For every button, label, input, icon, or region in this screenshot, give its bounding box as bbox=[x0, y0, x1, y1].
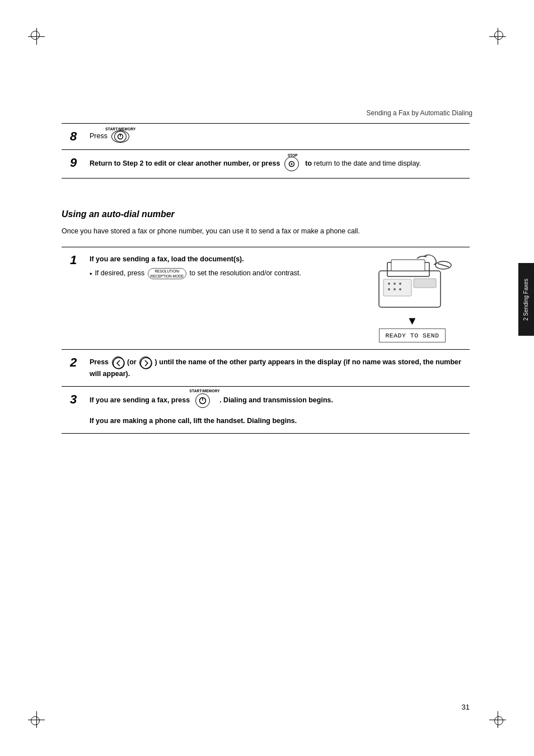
step-3-num: 3 bbox=[70, 393, 84, 406]
step-8-text: Press bbox=[90, 132, 109, 140]
start-memory-button-8: START/MEMORY bbox=[111, 130, 129, 143]
step-3-phone-bold: If you are making a phone call, lift the… bbox=[90, 417, 297, 425]
svg-point-10 bbox=[388, 283, 390, 285]
left-arrow-icon bbox=[113, 357, 125, 369]
fax-machine-illustration bbox=[368, 254, 457, 313]
svg-line-8 bbox=[438, 264, 449, 267]
svg-point-13 bbox=[388, 288, 390, 290]
section-title: Using an auto-dial number bbox=[62, 209, 470, 219]
bullet-dot: • bbox=[90, 269, 92, 280]
step-8-box: 8 Press START/MEMORY bbox=[62, 123, 470, 150]
svg-point-18 bbox=[140, 358, 152, 369]
stop-label: STOP bbox=[288, 153, 298, 158]
svg-point-12 bbox=[399, 283, 401, 285]
right-arrow-icon bbox=[140, 357, 152, 369]
ready-to-send-display: READY TO SEND bbox=[379, 328, 445, 342]
step-1-right: ▼ READY TO SEND bbox=[363, 254, 461, 342]
page-number: 31 bbox=[462, 703, 470, 711]
reg-circle-tl bbox=[31, 31, 40, 40]
nav-left-button bbox=[112, 356, 124, 369]
svg-point-14 bbox=[394, 288, 396, 290]
reg-circle-tr bbox=[494, 31, 503, 40]
step-3-phone-text: If you are making a phone call, lift the… bbox=[90, 416, 461, 426]
step-1-left: If you are sending a fax, load the docum… bbox=[90, 254, 355, 342]
page-header: Sending a Fax by Automatic Dialing bbox=[62, 109, 472, 117]
stop-circle bbox=[284, 157, 299, 171]
step-1-num: 1 bbox=[70, 254, 84, 266]
step-9-content: Return to Step 2 to edit or clear anothe… bbox=[90, 157, 461, 171]
svg-point-11 bbox=[394, 283, 396, 285]
step-1-box: 1 If you are sending a fax, load the doc… bbox=[62, 247, 470, 350]
start-memory-circle bbox=[114, 131, 127, 142]
side-tab-text: 2 Sending Faxes bbox=[523, 278, 530, 320]
start-memory-label: START/MEMORY bbox=[105, 126, 135, 132]
svg-point-17 bbox=[113, 358, 124, 369]
step-2-box: 2 Press (or ) until the name of the othe bbox=[62, 350, 470, 387]
start-memory-circle-3 bbox=[195, 393, 210, 408]
step-1-heading: If you are sending a fax, load the docum… bbox=[90, 255, 244, 263]
nav-right-button bbox=[139, 356, 152, 369]
bullet-text: If desired, press RESOLUTION/RECEPTION M… bbox=[95, 268, 301, 279]
svg-point-3 bbox=[291, 163, 292, 165]
step-2-text: Press (or ) until the name of the other … bbox=[90, 358, 461, 378]
step-9-bold: Return to Step 2 to edit or clear anothe… bbox=[90, 159, 282, 167]
step-2-content: Press (or ) until the name of the other … bbox=[90, 356, 461, 379]
power-icon bbox=[117, 133, 124, 140]
resolution-mode-button: RESOLUTION/RECEPTION MODE bbox=[148, 268, 186, 279]
power-icon-3 bbox=[199, 397, 207, 405]
start-memory-label-3: START/MEMORY bbox=[190, 388, 220, 394]
svg-rect-9 bbox=[383, 279, 411, 296]
main-content: 8 Press START/MEMORY 9 Return to Step 2 … bbox=[62, 123, 470, 434]
step-9-bold2: to bbox=[305, 159, 313, 167]
side-tab: 2 Sending Faxes bbox=[518, 263, 534, 336]
step-1-content: If you are sending a fax, load the docum… bbox=[90, 254, 461, 342]
step-1-bullet: • If desired, press RESOLUTION/RECEPTION… bbox=[90, 268, 355, 280]
step-2-num: 2 bbox=[70, 356, 84, 369]
step-9-box: 9 Return to Step 2 to edit or clear anot… bbox=[62, 150, 470, 179]
step-3-content: If you are sending a fax, press START/ME… bbox=[90, 393, 461, 426]
start-memory-button-3: START/MEMORY bbox=[195, 393, 214, 408]
step-8-num: 8 bbox=[70, 130, 84, 143]
step-3-box: 3 If you are sending a fax, press START/… bbox=[62, 387, 470, 434]
svg-point-15 bbox=[399, 288, 401, 290]
reg-circle-br bbox=[494, 716, 503, 725]
ready-to-send-text: READY TO SEND bbox=[385, 332, 439, 339]
stop-button: STOP bbox=[284, 157, 301, 171]
step-8-content: Press START/MEMORY bbox=[90, 130, 461, 143]
reg-circle-bl bbox=[31, 716, 40, 725]
stop-icon bbox=[288, 161, 295, 167]
svg-rect-6 bbox=[391, 260, 425, 271]
step-9-num: 9 bbox=[70, 157, 84, 169]
step-9-text: return to the date and time display. bbox=[314, 159, 421, 167]
svg-rect-16 bbox=[414, 279, 436, 288]
step-3-bold: If you are sending a fax, press START/ME… bbox=[90, 396, 333, 404]
arrow-down: ▼ bbox=[407, 315, 418, 326]
section-intro: Once you have stored a fax or phone numb… bbox=[62, 226, 470, 237]
header-title: Sending a Fax by Automatic Dialing bbox=[367, 109, 472, 117]
